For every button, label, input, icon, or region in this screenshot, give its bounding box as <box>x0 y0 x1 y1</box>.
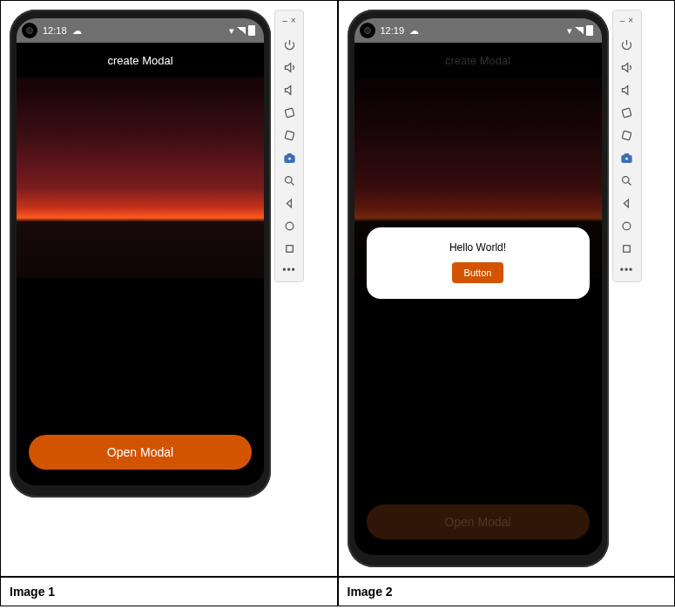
svg-rect-0 <box>285 108 294 118</box>
modal-dialog: Hello World! Button <box>367 227 590 299</box>
rotate-right-icon[interactable] <box>620 128 634 142</box>
svg-rect-12 <box>624 153 629 156</box>
svg-point-14 <box>623 222 631 230</box>
emulator-toolbar: – × ••• <box>612 10 642 282</box>
weather-icon: ☁ <box>72 25 82 37</box>
caption-image-1: Image 1 <box>0 577 338 606</box>
phone-frame: 12:18 ☁ ▾ create Modal <box>10 10 271 498</box>
phone-screen: 12:19 ☁ ▾ create Modal <box>354 18 602 555</box>
wifi-icon: ▾ <box>229 25 234 37</box>
battery-icon <box>248 25 255 36</box>
svg-rect-4 <box>287 153 292 156</box>
comparison-grid: 12:18 ☁ ▾ create Modal <box>0 0 675 606</box>
phone-screen: 12:18 ☁ ▾ create Modal <box>17 18 264 485</box>
open-modal-button[interactable]: Open Modal <box>367 504 590 539</box>
app-header: create Modal <box>354 43 602 78</box>
rotate-left-icon[interactable] <box>620 105 634 119</box>
svg-rect-8 <box>622 108 631 118</box>
camera-icon[interactable] <box>282 151 296 165</box>
svg-rect-9 <box>622 131 631 140</box>
camera-punchhole <box>360 23 375 38</box>
svg-point-6 <box>286 222 294 230</box>
svg-rect-15 <box>624 245 631 252</box>
battery-icon <box>586 25 593 36</box>
minimize-icon[interactable]: – <box>620 16 625 25</box>
page-title: create Modal <box>445 54 510 67</box>
svg-rect-7 <box>286 245 293 252</box>
volume-up-icon[interactable] <box>620 60 634 74</box>
camera-icon[interactable] <box>620 151 634 165</box>
status-time: 12:18 <box>43 25 67 36</box>
status-bar: 12:19 ☁ ▾ <box>354 18 602 43</box>
cell-image-2: 12:19 ☁ ▾ create Modal <box>338 0 676 577</box>
volume-down-icon[interactable] <box>282 83 296 97</box>
back-icon[interactable] <box>620 196 634 210</box>
camera-punchhole <box>22 23 37 38</box>
svg-point-11 <box>625 157 629 160</box>
phone-frame: 12:19 ☁ ▾ create Modal <box>348 10 609 567</box>
more-icon[interactable]: ••• <box>620 264 634 276</box>
open-modal-button[interactable]: Open Modal <box>29 435 252 470</box>
volume-down-icon[interactable] <box>620 83 634 97</box>
svg-point-5 <box>285 176 292 183</box>
status-icons: ▾ <box>567 25 593 37</box>
emulator-wrap-1: 12:18 ☁ ▾ create Modal <box>10 10 328 498</box>
overview-icon[interactable] <box>620 241 634 255</box>
emulator-wrap-2: 12:19 ☁ ▾ create Modal <box>348 10 666 567</box>
svg-point-3 <box>287 157 291 160</box>
signal-icon <box>575 27 584 34</box>
minimize-icon[interactable]: – <box>282 16 287 25</box>
status-bar: 12:18 ☁ ▾ <box>17 18 264 43</box>
wifi-icon: ▾ <box>567 25 572 37</box>
content-area: Open Modal <box>354 278 602 555</box>
close-icon[interactable]: × <box>291 16 296 25</box>
volume-up-icon[interactable] <box>282 60 296 74</box>
home-icon[interactable] <box>282 219 296 233</box>
more-icon[interactable]: ••• <box>282 264 296 276</box>
home-icon[interactable] <box>620 219 634 233</box>
weather-icon: ☁ <box>409 25 419 37</box>
modal-title: Hello World! <box>449 241 506 254</box>
cell-image-1: 12:18 ☁ ▾ create Modal <box>0 0 338 577</box>
status-time: 12:19 <box>381 25 405 36</box>
background-image <box>17 78 264 278</box>
emulator-toolbar: – × ••• <box>274 10 304 282</box>
caption-image-2: Image 2 <box>338 577 676 606</box>
app-header: create Modal <box>17 43 264 78</box>
overview-icon[interactable] <box>282 241 296 255</box>
rotate-right-icon[interactable] <box>282 128 296 142</box>
zoom-icon[interactable] <box>282 173 296 187</box>
page-title: create Modal <box>107 54 172 67</box>
status-icons: ▾ <box>229 25 255 37</box>
close-icon[interactable]: × <box>628 16 633 25</box>
content-area: Open Modal <box>17 278 264 485</box>
svg-rect-1 <box>285 131 294 140</box>
signal-icon <box>237 27 246 34</box>
modal-action-button[interactable]: Button <box>452 262 504 283</box>
power-icon[interactable] <box>620 37 634 51</box>
rotate-left-icon[interactable] <box>282 105 296 119</box>
power-icon[interactable] <box>282 37 296 51</box>
svg-point-13 <box>623 176 630 183</box>
zoom-icon[interactable] <box>620 173 634 187</box>
back-icon[interactable] <box>282 196 296 210</box>
